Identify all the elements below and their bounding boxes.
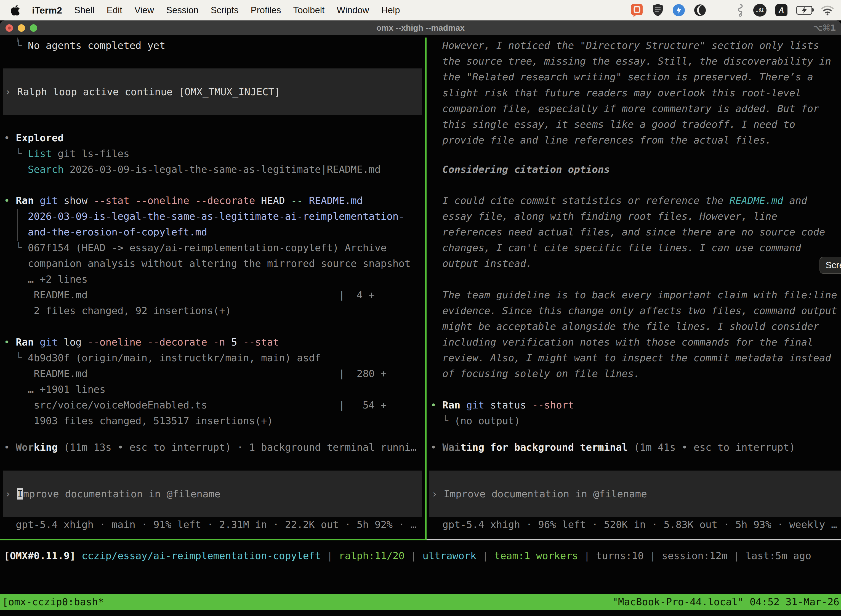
menu-scripts[interactable]: Scripts — [211, 5, 239, 15]
menu-bar: iTerm2ShellEditViewSessionScriptsProfile… — [0, 0, 841, 21]
terminal-pane-right[interactable]: However, I noticed the "Directory Struct… — [426, 38, 841, 539]
badge-61-icon[interactable]: ..61 — [753, 4, 766, 16]
terminal-line: README.md | 280 + — [4, 366, 387, 381]
input-value: mprove documentation in @filename — [23, 488, 220, 500]
window-title: omx --xhigh --madmax — [0, 21, 841, 35]
terminal-pane-left[interactable]: ›Ralph loop active continue [OMX_TMUX_IN… — [0, 38, 425, 539]
terminal-line: companion file, especially if more comme… — [431, 101, 819, 116]
terminal-line: essay file, along with finding root file… — [431, 208, 777, 224]
keyboard-layout-icon[interactable]: A — [775, 4, 787, 16]
terminal-line: this single essay, it seems like a good … — [431, 116, 795, 132]
battery-icon[interactable] — [796, 6, 812, 15]
terminal-line: • Waiting for background terminal (1m 41… — [431, 439, 795, 455]
terminal-line: of focusing solely on file lines. — [431, 366, 640, 381]
window-titlebar[interactable]: omx --xhigh --madmax ⌥⌘1 — [0, 21, 841, 35]
terminal-line: README.md | 4 + — [4, 287, 375, 303]
prompt-chevron: › — [5, 86, 17, 97]
terminal-line: might be acceptable alongside the file l… — [431, 318, 819, 334]
screen-tooltip[interactable]: Scre — [819, 257, 841, 274]
text-cursor: I — [17, 488, 23, 500]
shield-grid-icon[interactable] — [652, 4, 664, 17]
window-shortcut: ⌥⌘1 — [813, 21, 836, 35]
terminal-line: including verification notes with those … — [431, 334, 813, 350]
terminal-line: └ (no output) — [431, 413, 520, 428]
terminal-line: • Working (11m 13s • esc to interrupt) ·… — [4, 439, 417, 455]
tmux-status-bar: [omx-cczip0:bash* "MacBook-Pro-44.local"… — [0, 594, 841, 610]
terminal-line: [OMX#0.11.9] cczip/essay/ai-reimplementa… — [4, 548, 811, 563]
hook-squiggle-icon[interactable] — [736, 4, 744, 17]
badge-61-label: ..61 — [756, 7, 764, 13]
terminal-line: evidence. Since this change only affects… — [431, 303, 837, 318]
prompt-chevron: › — [432, 488, 444, 500]
pane-border-inactive — [426, 539, 841, 540]
terminal-line: gpt-5.4 xhigh · main · 91% left · 2.31M … — [4, 517, 417, 532]
menu-view[interactable]: View — [134, 5, 154, 15]
terminal-line: 2 files changed, 92 insertions(+) — [4, 303, 231, 318]
wifi-icon[interactable] — [821, 5, 834, 15]
screen-tooltip-label: Scre — [826, 260, 841, 270]
menu-session[interactable]: Session — [166, 5, 198, 15]
terminal-line: └ 4b9d30f (origin/main, instructkr/main,… — [4, 350, 321, 366]
prompt-chevron: › — [5, 488, 17, 500]
terminal-line: The team guideline is to back every impo… — [431, 287, 837, 303]
terminal-line: Considering citation options — [431, 161, 610, 177]
terminal-line: companion analysis without altering the … — [4, 255, 410, 271]
terminal-line: • Ran git show --stat --oneline --decora… — [4, 193, 363, 208]
terminal-line: the source tree, missing the essay. Stil… — [431, 53, 831, 69]
terminal-line: references need actual files, and since … — [431, 224, 825, 240]
dark-crescent-icon[interactable] — [694, 4, 706, 16]
terminal-line: provide file and line references from th… — [431, 132, 771, 148]
dots-grid-icon[interactable] — [715, 4, 727, 16]
menu-shell[interactable]: Shell — [74, 5, 94, 15]
terminal-line: Search 2026-03-09-is-legal-the-same-as-l… — [4, 161, 381, 177]
terminal-line: gpt-5.4 xhigh · 96% left · 520K in · 5.8… — [431, 517, 837, 532]
terminal-line: … +1901 lines — [4, 381, 105, 397]
menu-window[interactable]: Window — [337, 5, 369, 15]
terminal-line: 1903 files changed, 513517 insertions(+) — [4, 413, 273, 428]
terminal-line: 2026-03-09-is-legal-the-same-as-legitima… — [4, 208, 404, 224]
keyboard-layout-label: A — [779, 6, 784, 15]
tmux-host-clock: "MacBook-Pro-44.local" 04:52 31-Mar-26 — [612, 596, 841, 607]
menu-iterm2[interactable]: iTerm2 — [32, 5, 62, 16]
terminal-line: changes, I can't cite specific file line… — [431, 240, 801, 255]
menu-profiles[interactable]: Profiles — [251, 5, 281, 15]
terminal-line: I could cite commit statistics or refere… — [431, 193, 807, 208]
terminal-line: └ List git ls-files — [4, 146, 129, 161]
terminal-line: However, I noticed the "Directory Struct… — [431, 38, 819, 53]
banner-text: Ralph loop active continue [OMX_TMUX_INJ… — [17, 86, 280, 97]
ralph-loop-banner: ›Ralph loop active continue [OMX_TMUX_IN… — [3, 69, 422, 115]
terminal-line: • Ran git status --short — [431, 397, 574, 413]
terminal-line: and-the-erosion-of-copyleft.md — [4, 224, 207, 240]
menu-help[interactable]: Help — [381, 5, 400, 15]
apple-icon[interactable] — [11, 5, 20, 15]
input-value: Improve documentation in @filename — [444, 488, 647, 500]
terminal-line: … +2 lines — [4, 271, 88, 287]
omx-status-bar: [OMX#0.11.9] cczip/essay/ai-reimplementa… — [0, 548, 841, 563]
terminal-line: review. Also, I might want to inspect th… — [431, 350, 831, 366]
prompt-input-left[interactable]: ›Improve documentation in @filename — [3, 471, 422, 517]
chat-badge-icon[interactable] — [630, 3, 643, 17]
terminal-line: └ No agents completed yet — [4, 38, 165, 53]
pane-border-active — [0, 539, 426, 540]
terminal-line: └ 067f154 (HEAD -> essay/ai-reimplementa… — [4, 240, 387, 255]
pane-divider[interactable] — [425, 38, 426, 539]
terminal-line: • Explored — [4, 130, 64, 146]
menu-items: iTerm2ShellEditViewSessionScriptsProfile… — [0, 5, 400, 16]
terminal-line: src/voice/voiceModeEnabled.ts | 54 + — [4, 397, 387, 413]
terminal-line: the "Related research writing" section i… — [431, 69, 813, 85]
terminal-line: • Ran git log --oneline --decorate -n 5 … — [4, 334, 279, 350]
blue-bolt-badge-icon[interactable] — [673, 4, 685, 16]
menu-toolbelt[interactable]: Toolbelt — [293, 5, 325, 15]
terminal-line: output instead. — [431, 255, 532, 271]
prompt-input-right[interactable]: ›Improve documentation in @filename — [429, 471, 841, 517]
tmux-session-window[interactable]: [omx-cczip0:bash* — [0, 596, 104, 607]
menu-status-icons: ..61 A — [630, 3, 841, 17]
terminal-line: slight risk that future readers may over… — [431, 85, 801, 101]
menu-edit[interactable]: Edit — [107, 5, 122, 15]
